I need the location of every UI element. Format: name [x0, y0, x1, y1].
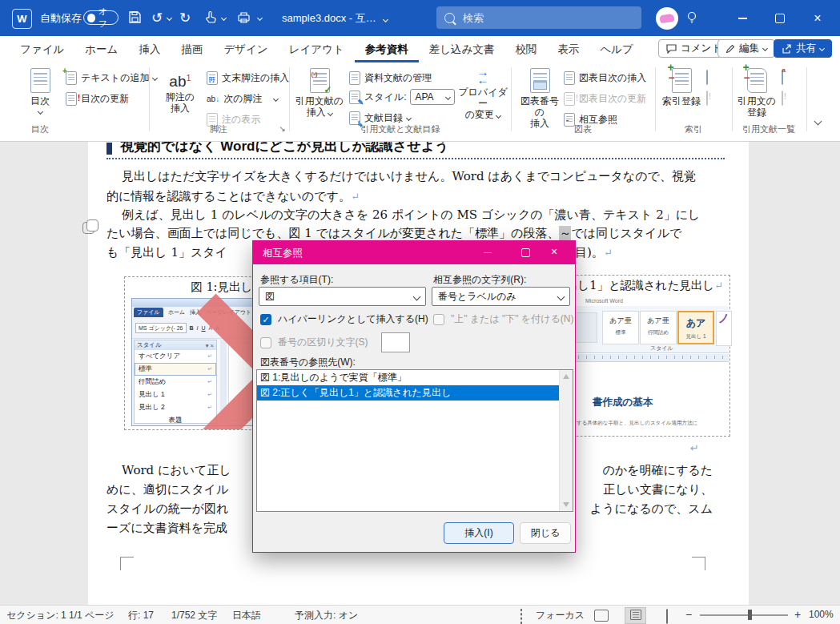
caption-listbox[interactable]: 図 1:見出しのようで実質「標準」 図 2:正しく「見出し1」と認識された見出し — [256, 369, 573, 512]
touch-mode-icon[interactable] — [204, 10, 217, 27]
maximize-button[interactable] — [768, 6, 792, 30]
tab-home[interactable]: ホーム — [74, 36, 128, 62]
status-ime-predict[interactable]: 予測入力: オン — [295, 609, 358, 622]
footnotes-dialog-launcher-icon[interactable]: ↘ — [277, 123, 287, 134]
return-mark-icon: ↵ — [690, 442, 699, 454]
scroll-up-icon[interactable] — [563, 374, 569, 379]
insert-toa-button[interactable]: a — [782, 70, 783, 85]
mini-tab-file: ファイル — [134, 308, 163, 317]
insert-table-of-figures-button[interactable]: 図表目次の挿入 — [564, 69, 646, 87]
document-title[interactable]: sample3.docx - 互… — [282, 11, 388, 26]
style-select[interactable]: APA — [410, 89, 455, 105]
update-toc-button[interactable]: ! 目次の更新 — [66, 90, 129, 107]
account-avatar[interactable] — [656, 7, 678, 30]
word-app-icon[interactable]: W — [12, 9, 32, 29]
dialog-close-icon[interactable]: × — [551, 245, 557, 258]
add-text-button[interactable]: + テキストの追加 — [66, 69, 157, 87]
copilot-icon[interactable] — [82, 219, 102, 239]
manage-sources-button[interactable]: 資料文献の管理 — [349, 69, 432, 87]
tab-draw[interactable]: 描画 — [171, 36, 213, 62]
insert-caption-big-button[interactable]: 図表番号の 挿入 — [517, 68, 562, 129]
print-layout-active-bg[interactable] — [625, 607, 646, 624]
toolbar-customize-chevron-icon[interactable] — [257, 15, 263, 21]
paragraph-line[interactable]: も「見出し 1」スタイ — [107, 245, 227, 260]
read-mode-icon[interactable] — [594, 610, 609, 622]
tab-insert[interactable]: 挿入 — [128, 36, 171, 62]
tab-references[interactable]: 参考資料 — [355, 36, 419, 62]
insert-endnote-button[interactable]: [i] 文末脚注の挿入 — [207, 69, 289, 87]
editing-mode-button[interactable]: 編集 — [717, 39, 775, 58]
provider-label-1: プロバイダー — [456, 87, 509, 109]
caption-list-item-selected[interactable]: 図 2:正しく「見出し1」と認識された見出し — [257, 385, 560, 401]
tab-design[interactable]: デザイン — [213, 36, 278, 62]
change-provider-button[interactable]: →← プロバイダー の変更 — [456, 68, 509, 120]
mark-citation-big-button[interactable]: +− 引用文の 登録 — [735, 68, 778, 118]
insert-footnote-big-button[interactable]: ab1 脚注の 挿入 — [157, 68, 203, 114]
mini-style-gallery-item-selected: あア見出し 1 — [677, 311, 714, 344]
status-page[interactable]: 1/1 ページ — [69, 609, 115, 622]
minimize-button[interactable] — [730, 6, 754, 30]
save-icon[interactable] — [128, 10, 142, 27]
zoom-slider-thumb[interactable] — [748, 610, 752, 620]
selected-field[interactable]: ～ — [559, 226, 571, 240]
zoom-percent[interactable]: 100% — [809, 609, 834, 620]
insert-button[interactable]: 挿入(I) — [444, 522, 514, 544]
toc-big-button[interactable]: 目次 — [18, 68, 62, 114]
tab-view[interactable]: 表示 — [547, 36, 589, 62]
status-language[interactable]: 日本語 — [232, 609, 261, 622]
dialog-close-button[interactable]: 閉じる — [520, 522, 571, 544]
tab-review[interactable]: 校閲 — [504, 36, 547, 62]
close-button[interactable]: × — [806, 6, 830, 30]
focus-mode-icon[interactable] — [520, 609, 522, 624]
toc-group-label: 目次 — [4, 123, 76, 135]
paragraph-line[interactable]: 的に情報を認識することはできないのです。↵ — [107, 189, 360, 204]
web-layout-icon[interactable] — [666, 609, 668, 624]
paragraph-line[interactable]: ーズに文書資料を完成 — [107, 521, 227, 536]
paragraph-line[interactable]: めに、適切にスタイル — [107, 482, 228, 497]
share-button[interactable]: 共有 — [774, 39, 832, 58]
paragraph-line[interactable]: 見出しはただ文字サイズを大きくするだけではいけません。Word はあくまでコンピ… — [122, 169, 696, 184]
tab-layout[interactable]: レイアウト — [279, 36, 355, 62]
redo-icon[interactable]: ↻ — [179, 10, 191, 26]
paragraph-line[interactable]: Word において正し — [122, 463, 231, 478]
focus-mode-label[interactable]: フォーカス — [536, 609, 585, 622]
paragraph-line[interactable]: 例えば、見出し 1 のレベルの文字の大きさを 26 ポイントの MS ゴシックの… — [122, 207, 700, 223]
zoom-slider-track[interactable] — [700, 614, 788, 616]
paragraph-line[interactable]: たい場合、画面上では同じでも、図 1 ではスタイルが変更された「標準」の段落、～… — [107, 226, 681, 241]
scroll-down-icon[interactable] — [563, 502, 569, 507]
ref-format-dropdown[interactable]: 番号とラベルのみ — [432, 287, 570, 306]
ref-item-dropdown[interactable]: 図 — [259, 287, 426, 306]
tab-help[interactable]: ヘルプ — [589, 36, 643, 62]
tab-file[interactable]: ファイル — [10, 36, 74, 62]
dialog-maximize-icon[interactable] — [521, 248, 530, 257]
caption-list-item[interactable]: 図 1:見出しのようで実質「標準」 — [257, 370, 560, 385]
touch-mode-chevron-icon[interactable] — [221, 15, 227, 21]
ribbon-collapse-chevron-icon[interactable] — [814, 118, 822, 126]
quick-print-icon[interactable] — [237, 11, 251, 27]
listbox-scrollbar[interactable] — [559, 370, 573, 511]
paragraph-line[interactable]: スタイルの統一が図れ — [107, 501, 228, 517]
next-footnote-button[interactable]: ab↓ 次の脚注 — [207, 90, 278, 107]
hyperlink-checkbox[interactable]: ✓ — [260, 314, 271, 325]
mark-citation-label-1: 引用文の — [738, 95, 776, 107]
dialog-title-bar[interactable]: 相互参照 × — [253, 241, 575, 264]
lightbulb-icon[interactable] — [685, 10, 698, 28]
word-window: W 自動保存 オフ ↺ ↻ sample3.docx - 互… — [0, 0, 840, 624]
tab-mailings[interactable]: 差し込み文書 — [419, 36, 505, 62]
table-of-figures-icon — [564, 71, 575, 85]
search-input[interactable] — [461, 11, 617, 25]
status-chars[interactable]: 1/752 文字 — [171, 609, 217, 622]
undo-icon[interactable]: ↺ — [151, 10, 163, 26]
paragraph-line[interactable]: 目)。↵ — [575, 245, 613, 260]
undo-chevron-icon[interactable] — [167, 15, 172, 21]
hyperlink-checkbox-row[interactable]: ✓ ハイパーリンクとして挿入する(H) — [260, 312, 428, 326]
search-input-wrap[interactable] — [436, 6, 641, 29]
zoom-in-icon[interactable]: + — [794, 608, 801, 621]
status-section[interactable]: セクション: 1 — [6, 609, 66, 622]
autosave-toggle[interactable]: オフ — [83, 10, 119, 25]
zoom-out-icon[interactable]: − — [685, 608, 692, 621]
insert-citation-big-button[interactable]: (-)✓ 引用文献の 挿入 — [295, 68, 344, 118]
mark-entry-big-button[interactable]: +− 索引登録 — [660, 68, 703, 107]
insert-index-button[interactable] — [706, 70, 708, 85]
status-line[interactable]: 行: 17 — [128, 609, 154, 622]
